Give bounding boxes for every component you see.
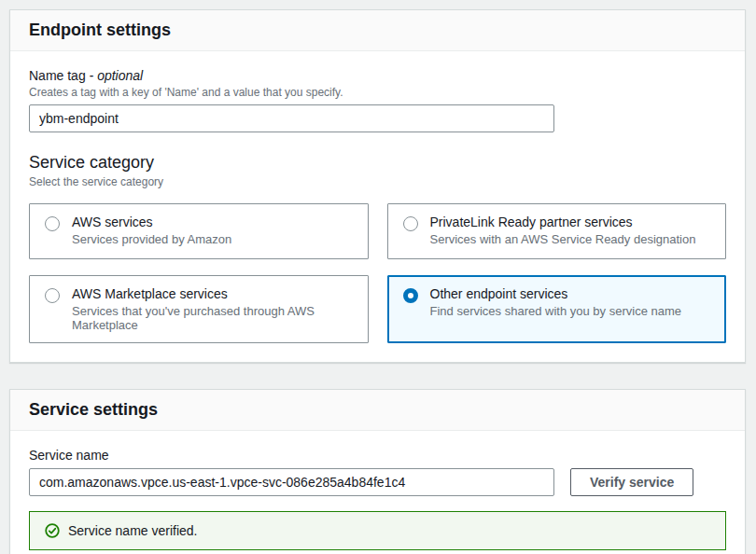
option-label: Other endpoint services — [430, 286, 682, 301]
service-category-option-privatelink-ready[interactable]: PrivateLink Ready partner services Servi… — [387, 203, 727, 259]
name-tag-field: Name tag - optional Creates a tag with a… — [29, 68, 726, 132]
option-text: AWS services Services provided by Amazon — [72, 215, 231, 246]
name-tag-label-text: Name tag — [29, 68, 86, 83]
option-label: AWS Marketplace services — [72, 286, 353, 301]
service-name-row: Verify service — [29, 468, 726, 496]
endpoint-settings-header: Endpoint settings — [10, 10, 745, 51]
service-verified-text: Service name verified. — [68, 523, 198, 538]
service-category-title: Service category — [29, 153, 726, 173]
option-label: PrivateLink Ready partner services — [430, 215, 696, 229]
option-description: Services that you've purchased through A… — [72, 304, 353, 332]
service-category-option-other-endpoint-services[interactable]: Other endpoint services Find services sh… — [387, 275, 727, 343]
service-settings-panel: Service settings Service name Verify ser… — [9, 389, 746, 554]
service-category-description: Select the service category — [29, 175, 726, 188]
service-category-option-aws-marketplace[interactable]: AWS Marketplace services Services that y… — [29, 275, 369, 343]
service-settings-body: Service name Verify service Service name… — [10, 431, 745, 554]
panel-title-endpoint-settings: Endpoint settings — [29, 21, 726, 40]
option-label: AWS services — [72, 215, 231, 229]
verify-service-button[interactable]: Verify service — [570, 468, 693, 496]
option-text: PrivateLink Ready partner services Servi… — [430, 215, 696, 246]
option-description: Find services shared with you by service… — [430, 304, 682, 318]
radio-button-selected-icon[interactable] — [403, 288, 418, 303]
radio-button-icon[interactable] — [45, 216, 60, 231]
service-category-option-aws-services[interactable]: AWS services Services provided by Amazon — [29, 203, 369, 259]
name-tag-input[interactable] — [29, 104, 554, 132]
name-tag-description: Creates a tag with a key of 'Name' and a… — [29, 86, 726, 99]
name-tag-optional-text: - optional — [90, 68, 144, 83]
endpoint-settings-panel: Endpoint settings Name tag - optional Cr… — [9, 9, 746, 363]
service-name-label: Service name — [29, 448, 726, 463]
option-text: AWS Marketplace services Services that y… — [72, 286, 353, 332]
option-description: Services provided by Amazon — [72, 232, 231, 246]
radio-button-icon[interactable] — [403, 216, 418, 231]
service-category-options: AWS services Services provided by Amazon… — [29, 203, 726, 343]
panel-title-service-settings: Service settings — [29, 400, 726, 420]
endpoint-settings-body: Name tag - optional Creates a tag with a… — [10, 51, 745, 362]
panel-gap — [9, 363, 746, 389]
radio-button-icon[interactable] — [45, 288, 60, 303]
service-name-input[interactable] — [29, 468, 554, 496]
check-circle-icon — [45, 523, 60, 538]
option-text: Other endpoint services Find services sh… — [430, 286, 682, 318]
service-verified-alert: Service name verified. — [29, 511, 726, 550]
name-tag-label: Name tag - optional — [29, 68, 726, 83]
option-description: Services with an AWS Service Ready desig… — [430, 232, 696, 246]
service-settings-header: Service settings — [10, 390, 745, 431]
